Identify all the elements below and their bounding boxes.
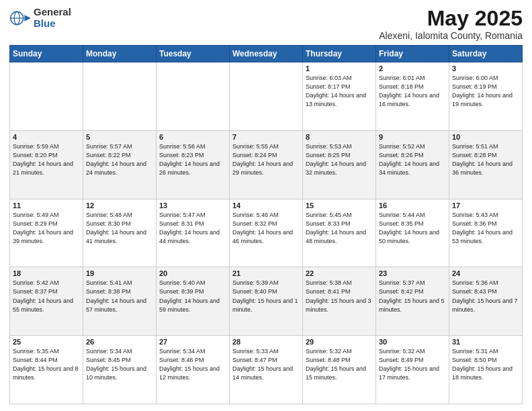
day-number: 20 <box>159 269 226 277</box>
day-info: Sunrise: 5:34 AMSunset: 8:45 PMDaylight:… <box>86 347 153 382</box>
logo: General Blue <box>9 7 71 29</box>
weekday-header: Thursday <box>303 46 376 62</box>
calendar-cell: 1Sunrise: 6:03 AMSunset: 8:17 PMDaylight… <box>303 62 376 131</box>
day-number: 30 <box>379 338 446 346</box>
subtitle: Alexeni, Ialomita County, Romania <box>379 30 523 41</box>
day-number: 4 <box>13 133 80 141</box>
calendar-cell: 14Sunrise: 5:46 AMSunset: 8:32 PMDayligh… <box>230 199 303 267</box>
day-number: 6 <box>159 133 226 141</box>
day-info: Sunrise: 5:40 AMSunset: 8:39 PMDaylight:… <box>159 279 226 314</box>
day-info: Sunrise: 5:59 AMSunset: 8:20 PMDaylight:… <box>13 142 80 177</box>
day-number: 1 <box>306 64 373 73</box>
logo-icon <box>9 7 31 29</box>
weekday-header: Saturday <box>449 46 523 62</box>
day-info: Sunrise: 5:32 AMSunset: 8:49 PMDaylight:… <box>379 347 446 382</box>
day-number: 16 <box>379 201 446 210</box>
calendar-cell: 8Sunrise: 5:53 AMSunset: 8:25 PMDaylight… <box>303 130 376 199</box>
day-info: Sunrise: 5:51 AMSunset: 8:28 PMDaylight:… <box>452 142 519 177</box>
day-info: Sunrise: 6:00 AMSunset: 8:19 PMDaylight:… <box>452 74 519 109</box>
day-info: Sunrise: 5:43 AMSunset: 8:36 PMDaylight:… <box>452 211 519 246</box>
calendar-header-row: SundayMondayTuesdayWednesdayThursdayFrid… <box>10 46 523 62</box>
calendar-week-row: 4Sunrise: 5:59 AMSunset: 8:20 PMDaylight… <box>10 130 523 199</box>
day-number: 18 <box>13 269 80 277</box>
day-number: 17 <box>452 201 519 210</box>
day-number: 25 <box>13 338 80 346</box>
day-number: 31 <box>452 338 519 346</box>
calendar-cell: 24Sunrise: 5:36 AMSunset: 8:43 PMDayligh… <box>449 267 523 336</box>
calendar-week-row: 11Sunrise: 5:49 AMSunset: 8:29 PMDayligh… <box>10 199 523 267</box>
calendar-cell: 27Sunrise: 5:34 AMSunset: 8:46 PMDayligh… <box>157 336 230 404</box>
day-number: 2 <box>379 64 446 73</box>
calendar-cell: 25Sunrise: 5:35 AMSunset: 8:44 PMDayligh… <box>10 336 83 404</box>
day-info: Sunrise: 5:53 AMSunset: 8:25 PMDaylight:… <box>306 142 373 177</box>
calendar-cell: 4Sunrise: 5:59 AMSunset: 8:20 PMDaylight… <box>10 130 83 199</box>
day-number: 14 <box>232 201 300 210</box>
day-info: Sunrise: 5:39 AMSunset: 8:40 PMDaylight:… <box>232 279 300 314</box>
day-number: 11 <box>13 201 80 210</box>
day-info: Sunrise: 5:45 AMSunset: 8:33 PMDaylight:… <box>306 211 373 246</box>
day-info: Sunrise: 5:49 AMSunset: 8:29 PMDaylight:… <box>13 211 80 246</box>
calendar-cell: 9Sunrise: 5:52 AMSunset: 8:26 PMDaylight… <box>376 130 449 199</box>
weekday-header: Friday <box>376 46 449 62</box>
day-number: 26 <box>86 338 153 346</box>
logo-blue-text: Blue <box>34 18 71 30</box>
calendar-cell: 3Sunrise: 6:00 AMSunset: 8:19 PMDaylight… <box>449 62 523 131</box>
day-number: 8 <box>306 133 373 141</box>
calendar-cell <box>83 62 157 131</box>
calendar-cell: 5Sunrise: 5:57 AMSunset: 8:22 PMDaylight… <box>83 130 157 199</box>
day-number: 15 <box>306 201 373 210</box>
day-number: 29 <box>306 338 373 346</box>
day-info: Sunrise: 5:46 AMSunset: 8:32 PMDaylight:… <box>232 211 300 246</box>
day-info: Sunrise: 5:44 AMSunset: 8:35 PMDaylight:… <box>379 211 446 246</box>
weekday-header: Sunday <box>10 46 83 62</box>
day-info: Sunrise: 5:41 AMSunset: 8:38 PMDaylight:… <box>86 279 153 314</box>
day-info: Sunrise: 6:03 AMSunset: 8:17 PMDaylight:… <box>306 74 373 109</box>
calendar-cell: 7Sunrise: 5:55 AMSunset: 8:24 PMDaylight… <box>230 130 303 199</box>
main-title: May 2025 <box>379 7 523 30</box>
weekday-header: Tuesday <box>157 46 230 62</box>
day-info: Sunrise: 5:47 AMSunset: 8:31 PMDaylight:… <box>159 211 226 246</box>
calendar-cell: 23Sunrise: 5:37 AMSunset: 8:42 PMDayligh… <box>376 267 449 336</box>
day-info: Sunrise: 5:32 AMSunset: 8:48 PMDaylight:… <box>306 347 373 382</box>
day-info: Sunrise: 5:34 AMSunset: 8:46 PMDaylight:… <box>159 347 226 382</box>
logo-text: General Blue <box>34 7 71 29</box>
day-info: Sunrise: 5:57 AMSunset: 8:22 PMDaylight:… <box>86 142 153 177</box>
day-number: 7 <box>232 133 300 141</box>
day-info: Sunrise: 6:01 AMSunset: 8:18 PMDaylight:… <box>379 74 446 109</box>
calendar-cell <box>157 62 230 131</box>
day-number: 21 <box>232 269 300 277</box>
day-number: 23 <box>379 269 446 277</box>
day-info: Sunrise: 5:56 AMSunset: 8:23 PMDaylight:… <box>159 142 226 177</box>
day-number: 5 <box>86 133 153 141</box>
calendar-cell: 28Sunrise: 5:33 AMSunset: 8:47 PMDayligh… <box>230 336 303 404</box>
calendar-cell: 18Sunrise: 5:42 AMSunset: 8:37 PMDayligh… <box>10 267 83 336</box>
day-info: Sunrise: 5:42 AMSunset: 8:37 PMDaylight:… <box>13 279 80 314</box>
day-info: Sunrise: 5:36 AMSunset: 8:43 PMDaylight:… <box>452 279 519 314</box>
calendar-cell: 21Sunrise: 5:39 AMSunset: 8:40 PMDayligh… <box>230 267 303 336</box>
day-info: Sunrise: 5:35 AMSunset: 8:44 PMDaylight:… <box>13 347 80 382</box>
header: General Blue May 2025 Alexeni, Ialomita … <box>9 7 523 41</box>
calendar-cell: 22Sunrise: 5:38 AMSunset: 8:41 PMDayligh… <box>303 267 376 336</box>
weekday-header: Monday <box>83 46 157 62</box>
day-info: Sunrise: 5:37 AMSunset: 8:42 PMDaylight:… <box>379 279 446 314</box>
day-number: 28 <box>232 338 300 346</box>
day-number: 24 <box>452 269 519 277</box>
day-number: 13 <box>159 201 226 210</box>
calendar-cell: 12Sunrise: 5:48 AMSunset: 8:30 PMDayligh… <box>83 199 157 267</box>
day-number: 9 <box>379 133 446 141</box>
calendar-cell: 19Sunrise: 5:41 AMSunset: 8:38 PMDayligh… <box>83 267 157 336</box>
calendar-cell: 6Sunrise: 5:56 AMSunset: 8:23 PMDaylight… <box>157 130 230 199</box>
calendar-cell: 31Sunrise: 5:31 AMSunset: 8:50 PMDayligh… <box>449 336 523 404</box>
logo-general-text: General <box>34 7 71 18</box>
day-info: Sunrise: 5:38 AMSunset: 8:41 PMDaylight:… <box>306 279 373 314</box>
calendar-table: SundayMondayTuesdayWednesdayThursdayFrid… <box>9 45 523 404</box>
day-number: 22 <box>306 269 373 277</box>
day-info: Sunrise: 5:52 AMSunset: 8:26 PMDaylight:… <box>379 142 446 177</box>
day-info: Sunrise: 5:31 AMSunset: 8:50 PMDaylight:… <box>452 347 519 382</box>
day-number: 3 <box>452 64 519 73</box>
calendar-cell: 15Sunrise: 5:45 AMSunset: 8:33 PMDayligh… <box>303 199 376 267</box>
calendar-cell: 30Sunrise: 5:32 AMSunset: 8:49 PMDayligh… <box>376 336 449 404</box>
day-info: Sunrise: 5:48 AMSunset: 8:30 PMDaylight:… <box>86 211 153 246</box>
calendar-cell: 2Sunrise: 6:01 AMSunset: 8:18 PMDaylight… <box>376 62 449 131</box>
day-info: Sunrise: 5:33 AMSunset: 8:47 PMDaylight:… <box>232 347 300 382</box>
